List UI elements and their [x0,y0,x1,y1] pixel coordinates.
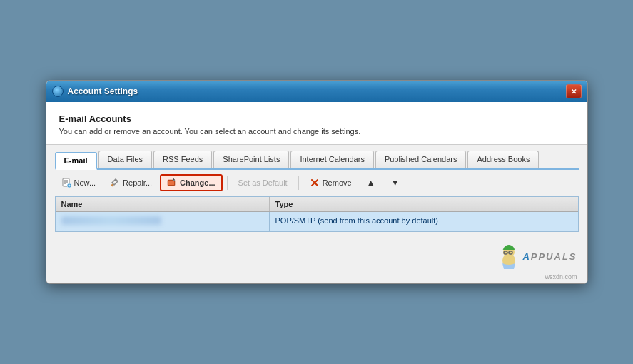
svg-rect-10 [168,181,174,185]
set-default-button[interactable]: Set as Default [232,176,294,190]
col-name-header: Name [56,197,270,211]
remove-button[interactable]: Remove [303,175,358,191]
tab-email[interactable]: E-mail [55,152,97,170]
svg-point-11 [173,178,174,180]
domain-watermark: wsxdn.com [46,273,587,283]
account-settings-window: Account Settings ✕ E-mail Accounts You c… [46,80,588,284]
appuals-character-icon [498,243,520,269]
brand-text: PPUALS [531,251,577,262]
window-icon [52,86,64,97]
change-icon [167,178,177,188]
tabs-container: E-mail Data Files RSS Feeds SharePoint L… [46,145,587,170]
header-section: E-mail Accounts You can add or remove an… [46,102,587,145]
new-button[interactable]: New... [55,175,103,191]
set-default-label: Set as Default [238,178,288,187]
title-bar: Account Settings ✕ [46,81,587,102]
new-label: New... [74,178,96,187]
account-name-cell [56,212,270,231]
repair-button[interactable]: Repair... [103,175,158,191]
title-bar-controls: ✕ [566,84,582,98]
toolbar-separator-1 [227,176,228,190]
brand-watermark: APPUALS [522,251,577,262]
tab-sharepoint-lists[interactable]: SharePoint Lists [213,151,289,168]
watermark-area: APPUALS [46,241,587,273]
col-type-header: Type [270,197,578,211]
remove-label: Remove [323,178,352,187]
brand-a: A [522,251,530,262]
tab-rss-feeds[interactable]: RSS Feeds [153,151,212,168]
blurred-email [61,216,161,225]
tab-published-calendars[interactable]: Published Calendars [375,151,467,168]
arrow-down-icon: ▼ [390,178,400,188]
table-row[interactable]: POP/SMTP (send from this account by defa… [56,212,578,231]
toolbar: New... Repair... Change.. [46,170,587,196]
accounts-table: Name Type POP/SMTP (send from this accou… [55,196,579,232]
move-up-button[interactable]: ▲ [360,175,383,191]
svg-point-16 [507,245,511,248]
window-title: Account Settings [68,86,138,96]
move-down-button[interactable]: ▼ [384,175,407,191]
remove-icon [310,178,320,188]
title-bar-left: Account Settings [52,86,138,97]
repair-label: Repair... [123,178,152,187]
arrow-up-icon: ▲ [366,178,376,188]
account-type-cell: POP/SMTP (send from this account by defa… [270,212,578,231]
tab-data-files[interactable]: Data Files [98,151,153,168]
repair-icon [110,178,120,188]
close-button[interactable]: ✕ [566,84,582,98]
tab-address-books[interactable]: Address Books [467,151,539,168]
toolbar-separator-2 [298,176,299,190]
section-title: E-mail Accounts [59,113,574,124]
table-header: Name Type [56,197,578,212]
new-icon [61,178,71,188]
appuals-logo: APPUALS [498,243,577,269]
section-description: You can add or remove an account. You ca… [59,127,574,136]
change-button[interactable]: Change... [160,174,223,191]
tabs-row: E-mail Data Files RSS Feeds SharePoint L… [55,151,579,170]
tab-internet-calendars[interactable]: Internet Calendars [290,151,374,168]
change-label: Change... [180,178,216,187]
